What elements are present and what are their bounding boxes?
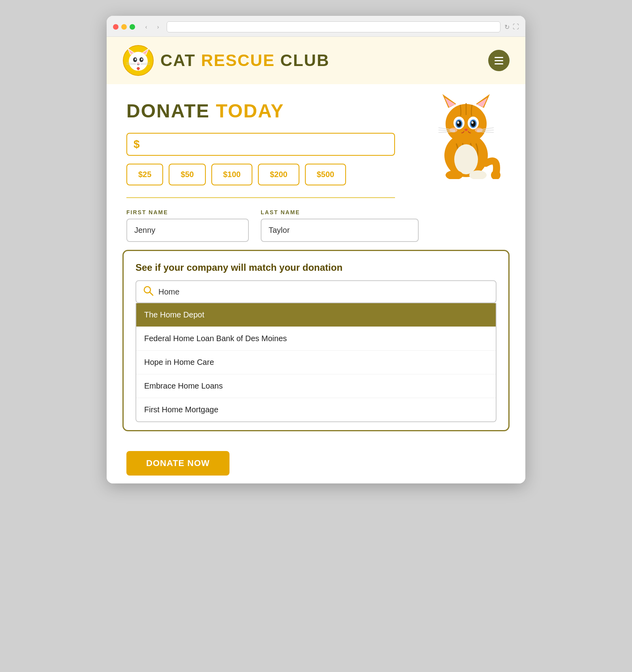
- company-dropdown-list: The Home Depot Federal Home Loan Bank of…: [135, 303, 497, 422]
- browser-chrome: ‹ › ↻ ⛶: [107, 16, 525, 37]
- preset-25-button[interactable]: $25: [126, 164, 163, 185]
- last-name-label: LAST NAME: [261, 209, 419, 215]
- bottom-area: DONATE NOW: [107, 443, 525, 483]
- title-cat: CAT: [160, 51, 196, 70]
- amount-input-row: $: [126, 133, 395, 156]
- preset-50-button[interactable]: $50: [169, 164, 205, 185]
- last-name-group: LAST NAME: [261, 209, 419, 242]
- traffic-lights: [113, 24, 135, 30]
- last-name-input[interactable]: [261, 219, 419, 242]
- fullscreen-icon[interactable]: ⛶: [513, 23, 519, 31]
- name-row: FIRST NAME LAST NAME: [126, 209, 506, 242]
- amount-input[interactable]: [144, 135, 388, 153]
- minimize-button[interactable]: [121, 24, 127, 30]
- close-button[interactable]: [113, 24, 118, 30]
- svg-point-27: [471, 121, 476, 127]
- forward-button[interactable]: ›: [153, 22, 163, 32]
- svg-line-42: [150, 293, 153, 296]
- title-club: CLUB: [280, 51, 330, 70]
- svg-point-16: [454, 144, 478, 174]
- company-match-title: See if your company will match your dona…: [135, 262, 497, 273]
- site-header: CAT RESCUE CLUB: [107, 37, 525, 84]
- dropdown-item-federal-home-loan[interactable]: Federal Home Loan Bank of Des Moines: [136, 327, 496, 351]
- preset-500-button[interactable]: $500: [305, 164, 346, 185]
- dropdown-item-first-home-mortgage[interactable]: First Home Mortgage: [136, 398, 496, 421]
- logo-cat-icon: [122, 45, 154, 76]
- search-icon: [143, 285, 154, 298]
- address-bar[interactable]: [167, 21, 500, 32]
- company-match-card: See if your company will match your dona…: [122, 250, 510, 431]
- preset-100-button[interactable]: $100: [211, 164, 253, 185]
- company-search-input[interactable]: [158, 287, 489, 296]
- svg-point-28: [457, 121, 459, 124]
- svg-point-41: [144, 287, 150, 293]
- donate-word: DONATE: [126, 100, 210, 121]
- today-word: TODAY: [216, 100, 284, 121]
- preset-200-button[interactable]: $200: [258, 164, 299, 185]
- browser-nav: ‹ ›: [141, 22, 163, 32]
- company-search-box: [135, 280, 497, 303]
- svg-point-10: [137, 62, 139, 64]
- section-divider: [126, 197, 395, 198]
- first-name-group: FIRST NAME: [126, 209, 249, 242]
- refresh-icon[interactable]: ↻: [504, 23, 510, 31]
- dropdown-item-hope-home-care[interactable]: Hope in Home Care: [136, 351, 496, 374]
- title-rescue: RESCUE: [201, 51, 275, 70]
- svg-point-9: [141, 59, 143, 60]
- first-name-label: FIRST NAME: [126, 209, 249, 215]
- site-title: CAT RESCUE CLUB: [160, 51, 329, 70]
- back-button[interactable]: ‹: [141, 22, 151, 32]
- donate-submit-button[interactable]: DONATE NOW: [126, 451, 229, 476]
- dropdown-item-embrace-home-loans[interactable]: Embrace Home Loans: [136, 374, 496, 398]
- maximize-button[interactable]: [130, 24, 135, 30]
- svg-point-8: [135, 59, 136, 60]
- browser-actions: ↻ ⛶: [504, 23, 519, 31]
- cat-illustration: [431, 92, 502, 171]
- logo-area: CAT RESCUE CLUB: [122, 45, 329, 76]
- cat-sitting-icon: [431, 92, 502, 179]
- dollar-sign: $: [134, 138, 140, 151]
- hamburger-icon: [495, 57, 503, 64]
- svg-point-26: [457, 121, 461, 127]
- main-content: DONATE TODAY $ $25 $50 $100 $200 $500 FI…: [107, 84, 525, 443]
- dropdown-item-home-depot[interactable]: The Home Depot: [136, 303, 496, 327]
- first-name-input[interactable]: [126, 219, 249, 242]
- browser-window: ‹ › ↻ ⛶: [107, 16, 525, 483]
- hamburger-button[interactable]: [488, 50, 510, 71]
- svg-point-29: [472, 121, 474, 124]
